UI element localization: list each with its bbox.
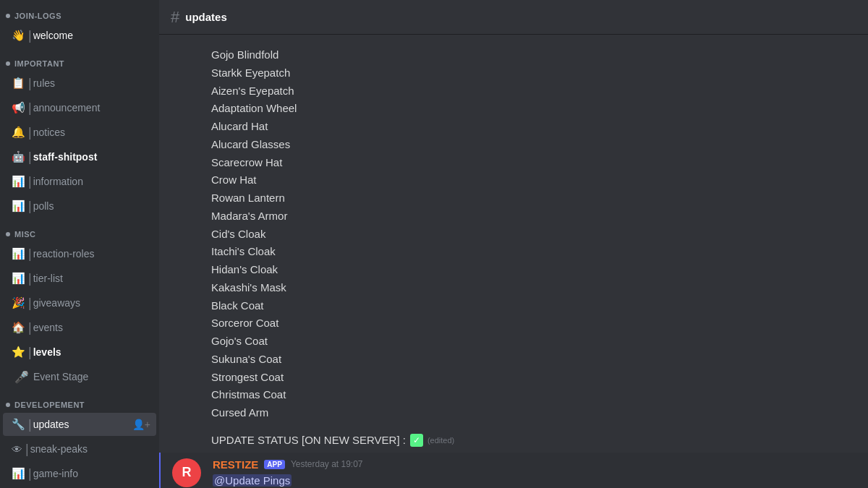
sidebar-item-events[interactable]: 🏠 |events: [3, 316, 156, 339]
update-status-line: UPDATE STATUS [ON NEW SERVER] : ✓ (edite…: [159, 428, 868, 453]
list-item: Rowan Lantern: [211, 189, 856, 207]
channel-emoji-game-info: 📊: [12, 467, 25, 480]
sidebar-item-reaction-roles[interactable]: 📊 |reaction-roles: [3, 242, 156, 265]
list-item: Gojo Blindfold: [211, 46, 856, 64]
list-item: Madara's Armor: [211, 207, 856, 226]
list-item: Aizen's Eyepatch: [211, 82, 856, 100]
main-content: # updates Gojo BlindfoldStarkk EyepatchA…: [159, 0, 868, 488]
mention: @Update Pings: [213, 474, 292, 487]
channel-hash-staff-shitpost: |: [28, 150, 32, 165]
channel-header-prefix: #: [171, 8, 179, 27]
channel-hash-sneak-peaks: |: [25, 442, 29, 457]
channel-emoji-sneak-peaks: 👁: [12, 443, 22, 455]
channel-name-announcement: announcement: [33, 102, 150, 114]
sidebar-item-welcome[interactable]: 👋 |welcome: [3, 24, 156, 47]
edited-tag: (edited): [427, 436, 454, 445]
section-header-misc[interactable]: MISC: [0, 218, 159, 241]
channel-emoji-updates: 🔧: [12, 418, 25, 431]
channel-emoji-giveaways: 🎉: [12, 296, 25, 309]
update-status-text: UPDATE STATUS [ON NEW SERVER] :: [211, 434, 406, 446]
list-item: Alucard Hat: [211, 118, 856, 136]
sidebar-item-information[interactable]: 📊 |information: [3, 170, 156, 193]
channel-emoji-notices: 🔔: [12, 126, 25, 139]
list-item: Crow Hat: [211, 171, 856, 189]
sidebar-item-notices[interactable]: 🔔 |notices: [3, 121, 156, 144]
channel-header: # updates: [159, 0, 868, 35]
item-list: Gojo BlindfoldStarkk EyepatchAizen's Eye…: [159, 46, 868, 428]
channel-name-giveaways: giveaways: [33, 297, 150, 309]
channel-hash-rules: |: [28, 76, 32, 91]
channel-emoji-tier-list: 📊: [12, 272, 25, 285]
sidebar-item-levels[interactable]: ⭐ |levels: [3, 341, 156, 364]
channel-name-reaction-roles: reaction-roles: [33, 248, 150, 260]
channel-emoji-polls: 📊: [12, 200, 25, 213]
message-header-msg1: RESTIZEAPPYesterday at 19:07: [213, 458, 856, 471]
channel-hash-giveaways: |: [28, 296, 32, 311]
list-item: Strongest Coat: [211, 369, 856, 387]
channel-name-staff-shitpost: staff-shitpost: [33, 151, 150, 163]
message-author-msg1: RESTIZE: [213, 458, 258, 471]
sidebar-item-tier-list[interactable]: 📊 |tier-list: [3, 267, 156, 290]
channel-name-levels: levels: [33, 346, 150, 358]
channel-hash-welcome: |: [28, 28, 32, 43]
message-group-msg1: RRESTIZEAPPYesterday at 19:07@Update Pin…: [159, 453, 868, 488]
channel-hash-updates: |: [28, 417, 32, 432]
section-header-important[interactable]: IMPORTANT: [0, 48, 159, 71]
sidebar-item-polls[interactable]: 📊 |polls: [3, 194, 156, 218]
message-text-msg1: @Update Pings: [213, 474, 856, 488]
sidebar-item-updates[interactable]: 🔧 |updates👤+: [3, 413, 156, 436]
channel-hash-information: |: [28, 174, 32, 189]
sidebar-item-sneak-peaks[interactable]: 👁 |sneak-peaks: [3, 437, 156, 461]
list-item: Adaptation Wheel: [211, 100, 856, 118]
section-header-developement[interactable]: DEVELOPEMENT: [0, 389, 159, 412]
sidebar-item-announcement[interactable]: 📢 |announcement: [3, 96, 156, 119]
channel-header-name: updates: [185, 11, 227, 23]
list-item: Alucard Glasses: [211, 136, 856, 154]
channel-hash-levels: |: [28, 345, 32, 360]
channel-emoji-levels: ⭐: [12, 346, 25, 359]
list-item: Cid's Cloak: [211, 226, 856, 244]
channel-hash-polls: |: [28, 199, 32, 214]
list-item: Scarecrow Hat: [211, 154, 856, 172]
sidebar-item-game-info[interactable]: 📊 |game-info: [3, 462, 156, 485]
list-item: Christmas Coat: [211, 386, 856, 404]
timestamp-msg1: Yesterday at 19:07: [291, 459, 363, 469]
channel-emoji-events: 🏠: [12, 321, 25, 334]
channel-hash-tier-list: |: [28, 271, 32, 286]
green-check-icon: ✓: [410, 434, 423, 447]
channel-emoji-reaction-roles: 📊: [12, 247, 25, 260]
section-header-join-logs[interactable]: JOIN-LOGS: [0, 0, 159, 23]
channel-hash-announcement: |: [28, 100, 32, 116]
messages-area[interactable]: Gojo BlindfoldStarkk EyepatchAizen's Eye…: [159, 35, 868, 488]
channel-name-events: events: [33, 322, 150, 333]
bot-tag-msg1: APP: [264, 460, 285, 469]
list-item: Starkk Eyepatch: [211, 64, 856, 82]
channel-emoji-welcome: 👋: [12, 29, 25, 42]
list-item: Sorceror Coat: [211, 314, 856, 333]
channel-hash-events: |: [28, 320, 32, 335]
channel-name-game-info: game-info: [33, 468, 150, 479]
channel-emoji-rules: 📋: [12, 77, 25, 90]
channel-name-updates: updates: [33, 419, 132, 430]
message-content-msg1: RESTIZEAPPYesterday at 19:07@Update Ping…: [213, 458, 856, 488]
sidebar-item-giveaways[interactable]: 🎉 |giveaways: [3, 291, 156, 314]
channel-emoji-staff-shitpost: 🤖: [12, 150, 25, 163]
channel-emoji-announcement: 📢: [12, 101, 25, 114]
list-item: Black Coat: [211, 297, 856, 315]
list-item: Cursed Arm: [211, 404, 856, 422]
channel-hash-game-info: |: [28, 466, 32, 481]
avatar-msg1: R: [172, 458, 201, 487]
list-item: Itachi's Cloak: [211, 243, 856, 261]
channel-hash-notices: |: [28, 125, 32, 140]
channel-name-notices: notices: [33, 127, 150, 138]
sidebar: JOIN-LOGS👋 |welcomeIMPORTANT📋 |rules📢 |a…: [0, 0, 159, 488]
list-item: Sukuna's Coat: [211, 351, 856, 369]
channel-name-tier-list: tier-list: [33, 273, 150, 284]
sidebar-item-event-stage[interactable]: 🎤Event Stage: [3, 365, 156, 388]
list-item: Hidan's Cloak: [211, 261, 856, 279]
list-item: Gojo's Coat: [211, 333, 856, 351]
sidebar-item-rules[interactable]: 📋 |rules: [3, 72, 156, 95]
channel-name-sneak-peaks: sneak-peaks: [30, 443, 150, 455]
sidebar-item-staff-shitpost[interactable]: 🤖 |staff-shitpost: [3, 145, 156, 168]
add-member-icon[interactable]: 👤+: [132, 419, 150, 430]
